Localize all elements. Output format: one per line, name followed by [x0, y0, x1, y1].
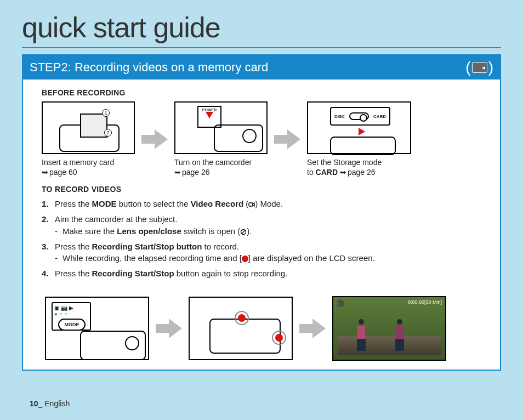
- step-panel: STEP2: Recording videos on a memory card…: [22, 54, 501, 371]
- record-button-icon: [235, 311, 249, 325]
- page-number: 10: [30, 399, 38, 408]
- lcd-time: 0:00:00[30 Min]: [408, 299, 442, 305]
- record-button-icon: [272, 331, 286, 345]
- svg-marker-0: [141, 129, 168, 149]
- video-mode-icon: 🎥: [337, 299, 345, 307]
- pageref-60: page 60: [42, 168, 77, 177]
- illustration-record-button: [189, 297, 293, 360]
- arrow-right-icon: [299, 317, 326, 339]
- bottom-row: ▣ 📷 ▶ ● ○ ○ MODE: [42, 296, 481, 361]
- before-col-1: 1 2 Insert a memory card page 60: [42, 101, 135, 177]
- arrow-right-icon: [156, 317, 182, 339]
- svg-line-4: [242, 230, 245, 234]
- svg-marker-6: [299, 319, 326, 338]
- document-page: quick start guide STEP2: Recording video…: [22, 11, 501, 371]
- footer-language: English: [44, 399, 70, 408]
- illustration-mode-button: ▣ 📷 ▶ ● ○ ○ MODE: [45, 297, 149, 360]
- page-footer: 10_ English: [30, 399, 70, 408]
- before-col-3: DISC CARD Set the Storage mode to CARD p…: [307, 101, 411, 177]
- page-title: quick start guide: [22, 11, 501, 48]
- svg-marker-1: [274, 129, 300, 149]
- before-heading: BEFORE RECORDING: [42, 88, 481, 97]
- pageref-26b: page 26: [340, 168, 376, 177]
- step-header-bar: STEP2: Recording videos on a memory card…: [23, 55, 500, 80]
- record-heading: TO RECORD VIDEOS: [42, 185, 481, 194]
- paren-close: ): [488, 59, 493, 76]
- illustration-power-on: POWER: [174, 101, 268, 154]
- card-mode-icon: [472, 62, 487, 73]
- step-3-sub: While recording, the elapsed recording t…: [55, 252, 481, 264]
- svg-marker-5: [156, 319, 182, 338]
- illustration-insert-card: 1 2: [42, 101, 135, 154]
- pageref-26a: page 26: [174, 168, 210, 177]
- caption-power-on: Turn on the camcorder page 26: [174, 157, 252, 177]
- lcd-preview: 🎥 0:00:00[30 Min]: [332, 296, 446, 361]
- instructions-list: 1. Press the MODE button to select the V…: [42, 198, 481, 280]
- step-1: 1. Press the MODE button to select the V…: [42, 198, 481, 210]
- lens-open-icon: [240, 229, 247, 235]
- caption-storage-mode: Set the Storage mode to CARD page 26: [307, 157, 382, 177]
- before-col-2: POWER Turn on the camcorder page 26: [174, 101, 268, 177]
- step-header-text: STEP2: Recording videos on a memory card: [30, 60, 268, 75]
- step-2-sub: Make sure the Lens open/close switch is …: [55, 225, 481, 237]
- mode-badge-wrap: ( ): [465, 59, 493, 76]
- illustration-storage-mode: DISC CARD: [307, 101, 411, 154]
- step-4: 4. Press the Recording Start/Stop button…: [42, 268, 481, 280]
- record-dot-icon: [242, 256, 248, 262]
- panel-body: BEFORE RECORDING 1 2 Insert a memory car…: [23, 80, 500, 370]
- step-2: 2. Aim the camcorder at the subject. Mak…: [42, 213, 481, 237]
- callout-1: 1: [102, 109, 110, 117]
- before-row: 1 2 Insert a memory card page 60 PO: [42, 101, 481, 177]
- step-3: 3. Press the Recording Start/Stop button…: [42, 241, 481, 265]
- arrow-right-icon: [274, 128, 300, 150]
- paren-open: (: [465, 59, 470, 76]
- video-mode-icon: [248, 201, 255, 208]
- svg-rect-2: [249, 203, 253, 206]
- callout-2: 2: [104, 129, 112, 137]
- arrow-right-icon: [141, 128, 168, 150]
- caption-insert-card: Insert a memory card page 60: [42, 157, 114, 177]
